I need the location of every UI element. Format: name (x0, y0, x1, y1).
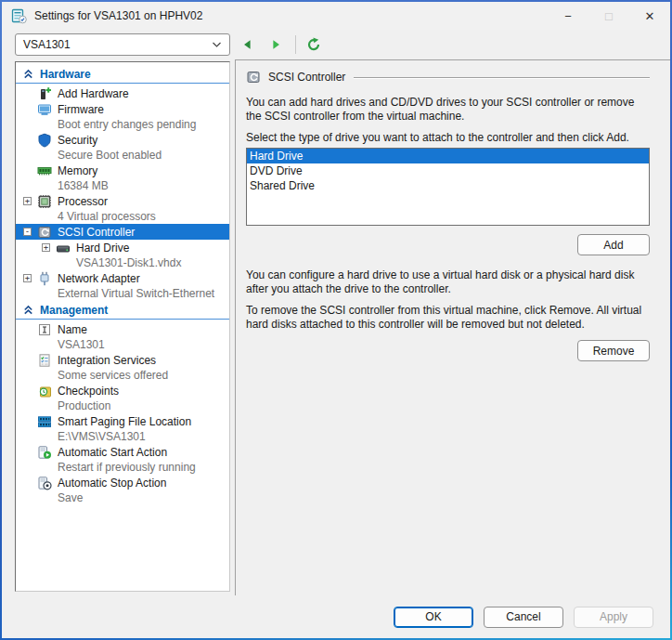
minimize-button[interactable]: − (548, 2, 588, 30)
settings-window-icon (11, 8, 27, 24)
add-hardware-icon (37, 86, 52, 101)
sidebar-item-checkpoints[interactable]: Checkpoints (16, 383, 229, 398)
sidebar-item-sub: Some services offered (16, 368, 229, 383)
maximize-button: □ (588, 2, 629, 30)
section-management[interactable]: Management (16, 301, 229, 320)
sidebar-item-label: Smart Paging File Location (58, 415, 191, 428)
sidebar-item-sub: Save (16, 490, 229, 505)
sidebar-item-security[interactable]: Security (16, 132, 229, 148)
sidebar-item-smart-paging[interactable]: Smart Paging File Location (16, 413, 229, 429)
back-icon (241, 38, 254, 51)
listbox-item-dvd-drive[interactable]: DVD Drive (247, 163, 649, 178)
ok-button[interactable]: OK (394, 607, 473, 628)
select-hint-text: Select the type of drive you want to att… (246, 131, 650, 145)
section-label: Management (40, 304, 108, 317)
cancel-button[interactable]: Cancel (484, 607, 563, 628)
sidebar-item-sub: E:\VMS\VSA1301 (16, 429, 229, 444)
sidebar-item-sub: Restart if previously running (16, 460, 229, 475)
forward-icon (269, 38, 282, 51)
refresh-icon (306, 37, 321, 52)
network-adapter-icon (37, 271, 52, 286)
expand-toggle[interactable]: + (23, 274, 32, 282)
vm-selector-value: VSA1301 (23, 38, 212, 51)
section-hardware[interactable]: Hardware (16, 65, 229, 84)
drive-type-listbox[interactable]: Hard Drive DVD Drive Shared Drive (246, 148, 650, 226)
detail-panel: SCSI Controller You can add hard drives … (235, 59, 670, 595)
chevron-down-icon (212, 39, 222, 50)
listbox-item-shared-drive[interactable]: Shared Drive (247, 178, 649, 193)
sidebar-item-label: SCSI Controller (58, 226, 135, 239)
sidebar-item-scsi-controller[interactable]: - SCSI Controller (16, 224, 229, 240)
name-icon (37, 322, 52, 337)
sidebar-item-label: Integration Services (58, 354, 156, 367)
checkpoints-icon (37, 384, 52, 398)
expand-toggle[interactable]: + (23, 197, 32, 205)
main-area: Hardware Add Hardware (2, 59, 670, 595)
integration-services-icon (37, 353, 52, 368)
navigate-forward-button[interactable] (265, 34, 286, 55)
window-frame: Settings for VSA1301 on HPHV02 − □ ✕ VSA… (0, 0, 672, 640)
configure-hint-text: You can configure a hard drive to use a … (246, 268, 650, 296)
sidebar-item-label: Checkpoints (58, 385, 119, 398)
sidebar-item-label: Firmware (58, 103, 104, 116)
navigate-back-button[interactable] (238, 34, 258, 55)
apply-button: Apply (574, 607, 653, 628)
sidebar-item-memory[interactable]: Memory (16, 163, 229, 178)
toolbar: VSA1301 (2, 30, 670, 59)
window-title: Settings for VSA1301 on HPHV02 (34, 9, 548, 22)
titlebar[interactable]: Settings for VSA1301 on HPHV02 − □ ✕ (2, 2, 670, 30)
settings-dialog: Settings for VSA1301 on HPHV02 − □ ✕ VSA… (2, 2, 670, 638)
dialog-footer: OK Cancel Apply (2, 595, 670, 638)
close-button[interactable]: ✕ (629, 2, 670, 30)
add-button[interactable]: Add (577, 234, 650, 255)
remove-hint-text: To remove the SCSI controller from this … (246, 304, 650, 332)
sidebar-item-add-hardware[interactable]: Add Hardware (16, 85, 229, 101)
sidebar-item-sub: VSA1301-Disk1.vhdx (16, 255, 229, 270)
panel-header: SCSI Controller (246, 70, 650, 85)
smart-paging-icon (37, 414, 52, 429)
firmware-icon (37, 102, 52, 117)
sidebar-item-name[interactable]: Name (16, 321, 229, 337)
sidebar-item-label: Security (58, 134, 97, 147)
scsi-controller-icon (37, 225, 52, 240)
remove-button[interactable]: Remove (577, 340, 650, 361)
intro-text: You can add hard drives and CD/DVD drive… (246, 96, 650, 124)
sidebar-item-integration-services[interactable]: Integration Services (16, 352, 229, 368)
automatic-stop-icon (37, 476, 52, 490)
sidebar-item-label: Name (58, 323, 87, 336)
section-label: Hardware (40, 68, 91, 81)
sidebar-item-automatic-start[interactable]: Automatic Start Action (16, 444, 229, 460)
hard-drive-icon (56, 241, 71, 255)
listbox-item-hard-drive[interactable]: Hard Drive (247, 149, 649, 163)
sidebar-item-label: Network Adapter (58, 272, 140, 285)
sidebar-item-label: Hard Drive (76, 242, 129, 255)
sidebar-item-hard-drive[interactable]: + Hard Drive (16, 240, 229, 255)
sidebar-item-label: Automatic Stop Action (58, 477, 166, 490)
sidebar-item-sub: VSA1301 (16, 337, 229, 352)
sidebar-item-sub: Boot entry changes pending (16, 117, 229, 132)
sidebar-item-sub: 4 Virtual processors (16, 209, 229, 224)
collapse-toggle[interactable]: - (23, 228, 32, 236)
sidebar-item-label: Add Hardware (58, 87, 129, 100)
sidebar-item-sub: Secure Boot enabled (16, 148, 229, 163)
sidebar-item-processor[interactable]: + Processor (16, 193, 229, 209)
sidebar-item-label: Processor (58, 195, 108, 208)
sidebar-item-sub: 16384 MB (16, 178, 229, 193)
collapse-chevrons-icon (22, 304, 34, 316)
header-rule (354, 77, 650, 79)
sidebar-item-sub: Production (16, 398, 229, 413)
sidebar-item-network-adapter[interactable]: + Network Adapter (16, 270, 229, 286)
scsi-controller-icon (246, 70, 261, 85)
toolbar-separator (295, 35, 296, 54)
settings-tree: Hardware Add Hardware (15, 61, 230, 592)
refresh-button[interactable] (304, 34, 324, 55)
sidebar-item-label: Memory (58, 164, 97, 177)
sidebar-item-automatic-stop[interactable]: Automatic Stop Action (16, 475, 229, 490)
sidebar-item-label: Automatic Start Action (58, 446, 167, 459)
processor-icon (37, 194, 52, 209)
sidebar-item-firmware[interactable]: Firmware (16, 101, 229, 117)
vm-selector-dropdown[interactable]: VSA1301 (15, 33, 230, 56)
collapse-chevrons-icon (22, 68, 34, 80)
panel-title: SCSI Controller (268, 71, 345, 84)
expand-toggle[interactable]: + (42, 243, 50, 252)
